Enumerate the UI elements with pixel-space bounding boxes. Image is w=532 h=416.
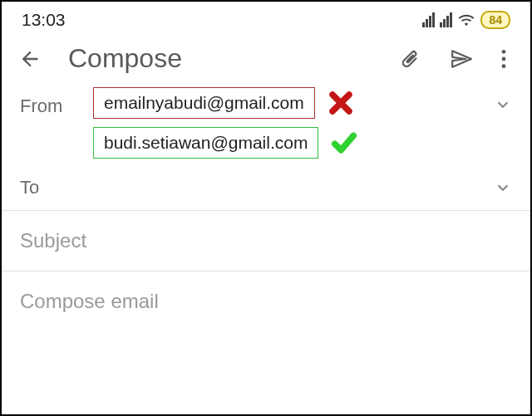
status-time: 13:03 — [22, 10, 66, 30]
svg-point-0 — [502, 49, 506, 53]
signal-icon-1 — [422, 12, 435, 27]
more-icon[interactable] — [500, 48, 507, 70]
signal-icon-2 — [440, 12, 452, 27]
body-input[interactable]: Compose email — [20, 290, 159, 312]
svg-point-1 — [502, 56, 506, 61]
subject-row[interactable]: Subject — [2, 211, 530, 271]
compose-toolbar: Compose — [2, 37, 530, 84]
svg-point-2 — [502, 64, 506, 68]
to-label: To — [20, 177, 93, 198]
back-icon[interactable] — [18, 47, 42, 71]
from-email-invalid: emailnyabudi@gmail.com — [93, 87, 315, 119]
status-icons: 84 — [422, 11, 510, 29]
status-bar: 13:03 84 — [2, 2, 530, 37]
check-icon — [330, 130, 358, 155]
battery-badge: 84 — [480, 11, 510, 29]
from-label: From — [20, 87, 93, 117]
from-option-valid: budi.setiawan@gmail.com — [93, 127, 358, 159]
from-email-valid: budi.setiawan@gmail.com — [93, 127, 318, 159]
chevron-down-icon[interactable] — [494, 95, 512, 114]
cross-icon — [327, 91, 355, 115]
chevron-down-icon[interactable] — [494, 179, 512, 197]
wifi-icon — [457, 12, 475, 27]
body-row[interactable]: Compose email — [2, 272, 530, 331]
to-row[interactable]: To — [2, 165, 530, 210]
attach-icon[interactable] — [397, 48, 422, 70]
from-row[interactable]: From emailnyabudi@gmail.com budi.setiawa… — [2, 84, 530, 165]
subject-input[interactable]: Subject — [20, 229, 86, 252]
page-title: Compose — [68, 43, 397, 74]
send-icon[interactable] — [449, 48, 474, 70]
from-option-invalid: emailnyabudi@gmail.com — [93, 87, 358, 119]
